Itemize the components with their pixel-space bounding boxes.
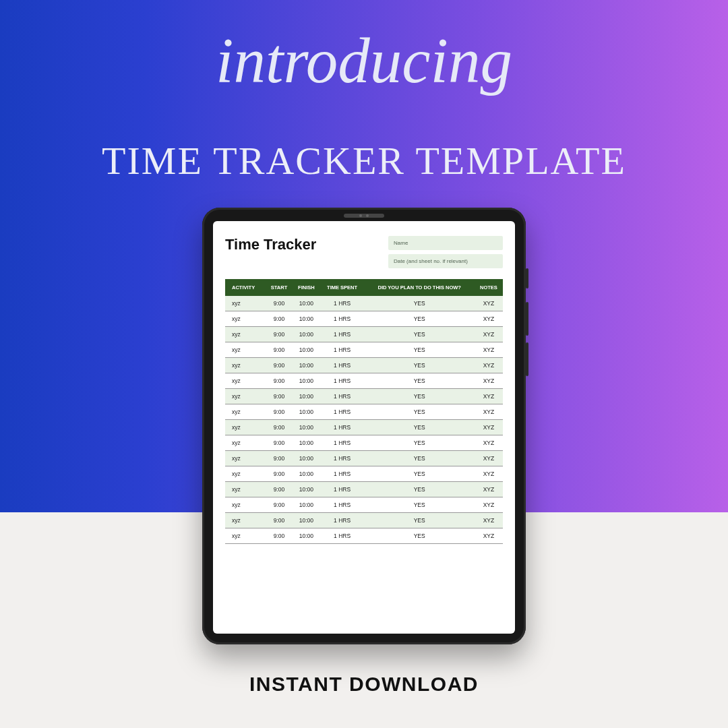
cell-time_spent: 1 HRS	[320, 296, 365, 311]
cell-activity: xyz	[225, 435, 266, 451]
cell-plan: YES	[365, 466, 475, 482]
cell-time_spent: 1 HRS	[320, 497, 365, 513]
cell-activity: xyz	[225, 358, 266, 373]
cell-notes: XYZ	[475, 528, 503, 544]
cell-activity: xyz	[225, 513, 266, 528]
table-row: xyz9:0010:001 HRSYESXYZ	[225, 404, 503, 420]
cell-time_spent: 1 HRS	[320, 528, 365, 544]
cell-activity: xyz	[225, 296, 266, 311]
cell-start: 9:00	[266, 451, 293, 466]
cell-finish: 10:00	[293, 482, 320, 497]
cell-finish: 10:00	[293, 451, 320, 466]
cell-finish: 10:00	[293, 327, 320, 342]
table-row: xyz9:0010:001 HRSYESXYZ	[225, 435, 503, 451]
cell-time_spent: 1 HRS	[320, 373, 365, 389]
cell-finish: 10:00	[293, 497, 320, 513]
col-activity: ACTIVITY	[225, 279, 266, 296]
cell-plan: YES	[365, 373, 475, 389]
tablet-screen: Time Tracker Name Date (and sheet no. if…	[213, 221, 515, 634]
table-row: xyz9:0010:001 HRSYESXYZ	[225, 342, 503, 358]
tablet-camera-icon	[344, 214, 384, 218]
cell-plan: YES	[365, 420, 475, 435]
table-body: xyz9:0010:001 HRSYESXYZxyz9:0010:001 HRS…	[225, 296, 503, 544]
table-row: xyz9:0010:001 HRSYESXYZ	[225, 373, 503, 389]
cell-start: 9:00	[266, 327, 293, 342]
cell-finish: 10:00	[293, 296, 320, 311]
tablet-side-button	[526, 268, 528, 289]
cell-finish: 10:00	[293, 342, 320, 358]
cell-activity: xyz	[225, 311, 266, 327]
document-meta-fields: Name Date (and sheet no. if relevant)	[388, 236, 503, 268]
instant-download-label: INSTANT DOWNLOAD	[0, 673, 728, 696]
cell-activity: xyz	[225, 373, 266, 389]
cell-time_spent: 1 HRS	[320, 420, 365, 435]
cell-plan: YES	[365, 497, 475, 513]
table-row: xyz9:0010:001 HRSYESXYZ	[225, 497, 503, 513]
table-row: xyz9:0010:001 HRSYESXYZ	[225, 466, 503, 482]
cell-finish: 10:00	[293, 389, 320, 404]
cell-notes: XYZ	[475, 327, 503, 342]
time-tracker-table: ACTIVITY START FINISH TIME SPENT DID YOU…	[225, 279, 503, 544]
name-field[interactable]: Name	[388, 236, 503, 250]
cell-plan: YES	[365, 389, 475, 404]
cell-activity: xyz	[225, 497, 266, 513]
table-row: xyz9:0010:001 HRSYESXYZ	[225, 389, 503, 404]
table-row: xyz9:0010:001 HRSYESXYZ	[225, 482, 503, 497]
hero-headline: TIME TRACKER TEMPLATE	[0, 138, 728, 183]
script-overline: introducing	[0, 24, 728, 98]
cell-time_spent: 1 HRS	[320, 358, 365, 373]
tablet-side-button	[526, 342, 528, 376]
tablet-side-button	[526, 302, 528, 336]
cell-start: 9:00	[266, 528, 293, 544]
cell-notes: XYZ	[475, 482, 503, 497]
table-row: xyz9:0010:001 HRSYESXYZ	[225, 327, 503, 342]
cell-notes: XYZ	[475, 435, 503, 451]
cell-time_spent: 1 HRS	[320, 404, 365, 420]
cell-plan: YES	[365, 435, 475, 451]
cell-start: 9:00	[266, 482, 293, 497]
cell-notes: XYZ	[475, 513, 503, 528]
table-row: xyz9:0010:001 HRSYESXYZ	[225, 311, 503, 327]
cell-activity: xyz	[225, 482, 266, 497]
table-row: xyz9:0010:001 HRSYESXYZ	[225, 358, 503, 373]
cell-plan: YES	[365, 513, 475, 528]
col-finish: FINISH	[293, 279, 320, 296]
cell-finish: 10:00	[293, 513, 320, 528]
cell-start: 9:00	[266, 389, 293, 404]
document-header: Time Tracker Name Date (and sheet no. if…	[225, 236, 503, 268]
cell-activity: xyz	[225, 528, 266, 544]
table-row: xyz9:0010:001 HRSYESXYZ	[225, 451, 503, 466]
cell-time_spent: 1 HRS	[320, 435, 365, 451]
cell-activity: xyz	[225, 451, 266, 466]
cell-notes: XYZ	[475, 404, 503, 420]
cell-plan: YES	[365, 451, 475, 466]
cell-notes: XYZ	[475, 466, 503, 482]
cell-start: 9:00	[266, 497, 293, 513]
cell-notes: XYZ	[475, 358, 503, 373]
cell-finish: 10:00	[293, 435, 320, 451]
cell-start: 9:00	[266, 404, 293, 420]
cell-time_spent: 1 HRS	[320, 466, 365, 482]
cell-notes: XYZ	[475, 373, 503, 389]
cell-start: 9:00	[266, 513, 293, 528]
cell-activity: xyz	[225, 466, 266, 482]
cell-activity: xyz	[225, 420, 266, 435]
cell-notes: XYZ	[475, 497, 503, 513]
cell-finish: 10:00	[293, 466, 320, 482]
cell-notes: XYZ	[475, 389, 503, 404]
cell-time_spent: 1 HRS	[320, 311, 365, 327]
col-notes: NOTES	[475, 279, 503, 296]
table-row: xyz9:0010:001 HRSYESXYZ	[225, 528, 503, 544]
cell-plan: YES	[365, 342, 475, 358]
cell-finish: 10:00	[293, 311, 320, 327]
cell-plan: YES	[365, 311, 475, 327]
cell-start: 9:00	[266, 311, 293, 327]
date-field[interactable]: Date (and sheet no. if relevant)	[388, 254, 503, 268]
cell-plan: YES	[365, 482, 475, 497]
cell-start: 9:00	[266, 420, 293, 435]
cell-plan: YES	[365, 528, 475, 544]
cell-notes: XYZ	[475, 296, 503, 311]
table-row: xyz9:0010:001 HRSYESXYZ	[225, 513, 503, 528]
col-time-spent: TIME SPENT	[320, 279, 365, 296]
table-row: xyz9:0010:001 HRSYESXYZ	[225, 296, 503, 311]
